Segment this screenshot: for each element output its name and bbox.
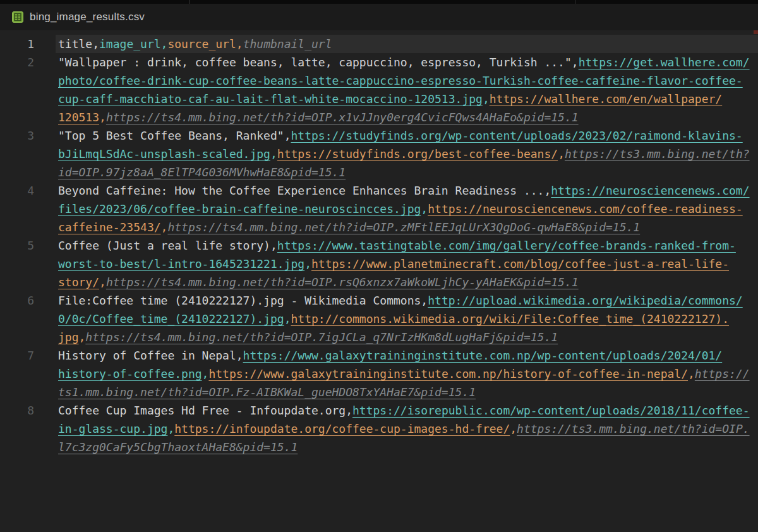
comma-delimiter: , (99, 275, 106, 289)
csv-header-title: title (58, 37, 92, 51)
csv-header-thumbnail_url: thumbnail_url (243, 37, 332, 51)
file-tab-label[interactable]: bing_image_results.csv (30, 11, 145, 23)
comma-delimiter: , (270, 147, 277, 160)
csv-field-title: "Wallpaper : drink, coffee beans, latte,… (58, 56, 572, 69)
csv-row-content[interactable]: "Wallpaper : drink, coffee beans, latte,… (56, 53, 758, 126)
top-strip-divider (190, 0, 190, 4)
comma-delimiter: , (92, 37, 99, 51)
csv-header-source_url: source_url (167, 37, 236, 51)
csv-row: 4Beyond Caffeine: How the Coffee Experie… (0, 181, 758, 236)
code-lines: 1title,image_url,source_url,thumbnail_ur… (0, 35, 758, 456)
comma-delimiter: , (161, 221, 168, 234)
comma-delimiter: , (544, 184, 551, 197)
csv-field-title: Coffee Cup Images Hd Free - Infoupdate.o… (58, 404, 346, 417)
comma-delimiter: , (79, 330, 86, 344)
csv-field-thumbnail_url[interactable]: https:/​/​ts4.​mm.​bing.​net/​th?​id=​OI… (106, 111, 579, 124)
csv-row: 5Coffee (Just a real life story),https:/… (0, 236, 758, 291)
csv-row-content[interactable]: Coffee Cup Images Hd Free - Infoupdate.o… (56, 401, 758, 456)
comma-delimiter: , (558, 147, 565, 160)
csv-field-title: Coffee (Just a real life story) (58, 239, 270, 252)
csv-row: 8Coffee Cup Images Hd Free - Infoupdate.… (0, 401, 758, 456)
csv-row: 6File:Coffee time (2410222127).jpg - Wik… (0, 291, 758, 346)
comma-delimiter: , (270, 239, 277, 252)
csv-field-source_url[interactable]: https:/​/​infoupdate.​org/​coffee-cup-im… (174, 422, 510, 435)
csv-row: 3"Top 5 Best Coffee Beans, Ranked",https… (0, 126, 758, 181)
csv-field-title: File:Coffee time (2410222127).jpg - Wiki… (58, 294, 421, 307)
csv-row: 2"Wallpaper : drink, coffee beans, latte… (0, 53, 758, 126)
csv-field-source_url[interactable]: https:/​/​studyfinds.​org/​best-coffee-b… (277, 147, 558, 160)
comma-delimiter: , (99, 111, 106, 124)
csv-field-source_url[interactable]: https:/​/​www.​galaxytraininginstitute.​… (208, 367, 688, 380)
comma-delimiter: , (284, 129, 291, 142)
editor-window: bing_image_results.csv 1title,image_url,… (0, 0, 758, 532)
csv-row-content[interactable]: "Top 5 Best Coffee Beans, Ranked",https:… (56, 126, 758, 181)
csv-row-content[interactable]: Beyond Caffeine: How the Coffee Experien… (56, 181, 758, 236)
line-number[interactable]: 3 (0, 126, 34, 181)
csv-row-content[interactable]: Coffee (Just a real life story),https:/​… (56, 236, 758, 291)
csv-row-content[interactable]: History of Coffee in Nepal,https:/​/​www… (56, 346, 758, 401)
line-number[interactable]: 8 (0, 401, 34, 456)
csv-header-row: 1title,image_url,source_url,thumbnail_ur… (0, 35, 758, 53)
csv-header-image_url: image_url (99, 37, 161, 51)
line-number[interactable]: 7 (0, 346, 34, 401)
comma-delimiter: , (236, 37, 243, 51)
comma-delimiter: , (236, 349, 243, 362)
csv-field-thumbnail_url[interactable]: https:/​/​ts4.​mm.​bing.​net/​th?​id=​OI… (85, 330, 558, 344)
comma-delimiter: , (304, 257, 311, 270)
comma-delimiter: , (167, 422, 174, 435)
comma-delimiter: , (284, 312, 291, 325)
line-number[interactable]: 1 (0, 35, 34, 53)
comma-delimiter: , (688, 367, 695, 380)
comma-delimiter: , (202, 367, 209, 380)
overview-ruler-mark (754, 30, 758, 34)
tab-bar: bing_image_results.csv (0, 4, 758, 30)
comma-delimiter: , (421, 294, 428, 307)
comma-delimiter: , (510, 422, 517, 435)
comma-delimiter: , (572, 56, 579, 69)
comma-delimiter: , (161, 37, 168, 51)
csv-field-title: Beyond Caffeine: How the Coffee Experien… (58, 184, 544, 197)
csv-row-content[interactable]: title,image_url,source_url,thumbnail_url (56, 35, 758, 53)
editor-pane[interactable]: 1title,image_url,source_url,thumbnail_ur… (0, 30, 758, 456)
csv-row-content[interactable]: File:Coffee time (2410222127).jpg - Wiki… (56, 291, 758, 346)
csv-field-title: History of Coffee in Nepal (58, 349, 236, 362)
comma-delimiter: , (483, 92, 490, 106)
window-top-strip (0, 0, 758, 4)
line-number[interactable]: 6 (0, 291, 34, 346)
line-number[interactable]: 2 (0, 53, 34, 126)
line-number[interactable]: 4 (0, 181, 34, 236)
comma-delimiter: , (346, 404, 352, 417)
line-number[interactable]: 5 (0, 236, 34, 291)
csv-field-thumbnail_url[interactable]: https:/​/​ts4.​mm.​bing.​net/​th?​id=​OI… (106, 275, 579, 289)
csv-field-title: "Top 5 Best Coffee Beans, Ranked" (58, 129, 284, 142)
csv-row: 7History of Coffee in Nepal,https:/​/​ww… (0, 346, 758, 401)
comma-delimiter: , (421, 202, 428, 215)
top-strip-divider (575, 0, 575, 4)
csv-field-thumbnail_url[interactable]: https:/​/​ts4.​mm.​bing.​net/​th?​id=​OI… (167, 221, 640, 234)
csv-file-icon (12, 11, 23, 23)
